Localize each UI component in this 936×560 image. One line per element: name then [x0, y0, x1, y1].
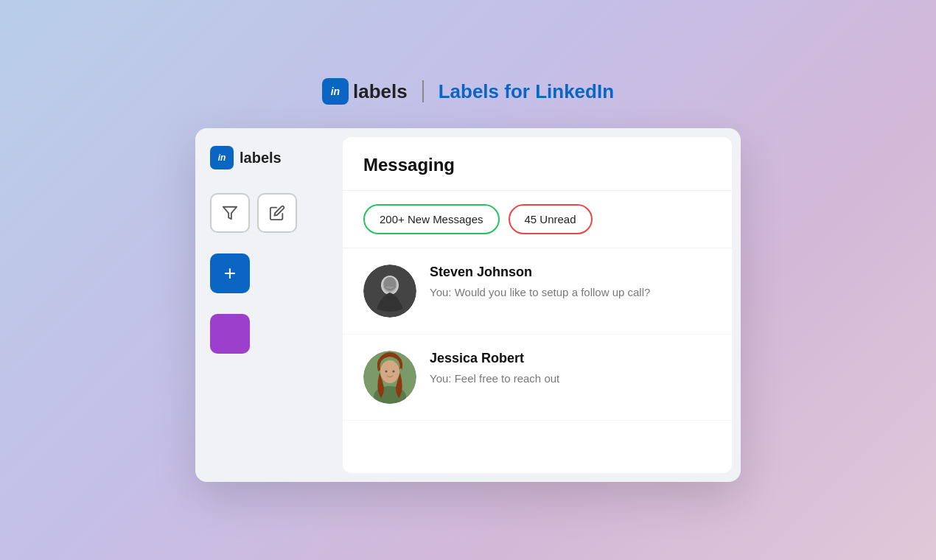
- message-filters: 200+ New Messages 45 Unread: [343, 191, 732, 248]
- unread-filter[interactable]: 45 Unread: [509, 204, 593, 234]
- svg-point-12: [393, 371, 395, 373]
- main-content: Messaging 200+ New Messages 45 Unread: [343, 137, 732, 473]
- conversation-item[interactable]: Jessica Robert You: Feel free to reach o…: [343, 335, 732, 421]
- sidebar-logo: in labels: [210, 146, 328, 169]
- filter-icon: [222, 205, 238, 221]
- contact-name: Steven Johnson: [430, 265, 711, 280]
- message-preview: You: Feel free to reach out: [430, 371, 711, 388]
- brand-icon: in: [322, 78, 349, 105]
- svg-point-11: [385, 371, 388, 373]
- contact-name: Jessica Robert: [430, 351, 711, 366]
- app-container: in labels + Messaging: [195, 128, 741, 482]
- top-branding: in labels Labels for LinkedIn: [322, 78, 614, 105]
- brand-tagline: Labels for LinkedIn: [439, 80, 614, 103]
- new-messages-filter[interactable]: 200+ New Messages: [363, 204, 500, 234]
- svg-point-10: [381, 363, 399, 383]
- sidebar-brand-icon: in: [210, 146, 234, 169]
- message-preview: You: Would you like to setup a follow up…: [430, 284, 711, 301]
- add-button[interactable]: +: [210, 253, 250, 293]
- conversation-item[interactable]: Steven Johnson You: Would you like to se…: [343, 248, 732, 335]
- message-info: Jessica Robert You: Feel free to reach o…: [430, 351, 711, 388]
- message-info: Steven Johnson You: Would you like to se…: [430, 265, 711, 301]
- brand-logo: in labels: [322, 78, 408, 105]
- label-color-swatch[interactable]: [210, 314, 250, 354]
- avatar-steven: [363, 265, 416, 318]
- sidebar-logo-text: labels: [240, 150, 282, 167]
- brand-logo-text: labels: [353, 80, 408, 103]
- filter-button[interactable]: [210, 193, 250, 233]
- edit-button[interactable]: [257, 193, 297, 233]
- edit-icon: [269, 205, 285, 221]
- avatar-jessica: [363, 351, 416, 404]
- messages-list: Steven Johnson You: Would you like to se…: [343, 248, 732, 473]
- messaging-header: Messaging: [343, 137, 732, 191]
- svg-marker-0: [223, 207, 237, 220]
- brand-divider: [422, 80, 424, 102]
- sidebar-actions: [210, 193, 328, 233]
- messaging-title: Messaging: [363, 155, 711, 175]
- sidebar: in labels +: [195, 128, 343, 482]
